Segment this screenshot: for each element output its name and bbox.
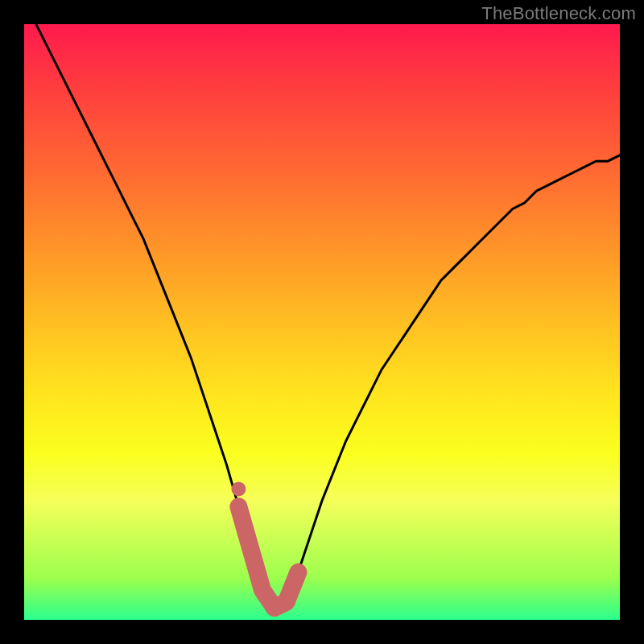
chart-svg: [24, 24, 620, 620]
optimal-range-marker: [238, 506, 298, 608]
watermark-text: TheBottleneck.com: [481, 3, 636, 24]
bottleneck-curve: [36, 24, 620, 608]
optimal-range-dot: [231, 481, 246, 496]
chart-frame: TheBottleneck.com: [0, 0, 644, 644]
plot-area: [24, 24, 620, 620]
